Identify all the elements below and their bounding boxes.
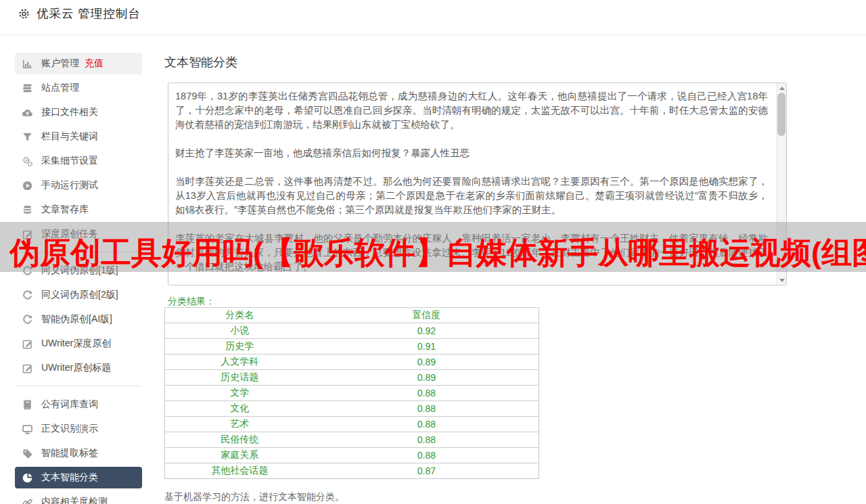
app-title: 优采云 管理控制台 bbox=[37, 5, 141, 22]
database-icon bbox=[22, 204, 33, 216]
textarea-paragraph: 财主抢了李莲英家一亩地，他成慈禧亲信后如何报复？暴露人性丑恶 bbox=[175, 146, 768, 160]
table-row: 文化 0.88 bbox=[165, 401, 539, 417]
arrow-down-icon bbox=[779, 279, 785, 282]
arrow-up-icon bbox=[779, 87, 785, 90]
cloud-upload-icon bbox=[22, 107, 33, 118]
refresh-icon bbox=[22, 290, 33, 301]
textarea-paragraph: 1879年，31岁的李莲英出任储秀宫四品花翎总管，成为慈禧身边的大红人。这年春天… bbox=[175, 89, 768, 132]
sidebar-item-sites[interactable]: 站点管理 bbox=[15, 77, 142, 99]
sidebar-item-uwriter-deep[interactable]: UWriter深度原创 bbox=[15, 333, 142, 354]
sidebar-item-manual-run-test[interactable]: 手动运行测试 bbox=[15, 175, 142, 196]
sidebar-item-ai-rewrite[interactable]: 智能伪原创[AI版] bbox=[15, 308, 142, 330]
link-icon bbox=[22, 497, 33, 504]
category-cell: 文化 bbox=[165, 401, 315, 417]
pie-icon bbox=[22, 472, 33, 484]
sidebar-item-uwriter-title[interactable]: UWriter原创标题 bbox=[15, 357, 142, 379]
sidebar-item-label: 文本智能分类 bbox=[41, 472, 98, 484]
results-table: 分类名 置信度 小说 0.92 历史学 0.91 人文学科 0.89 历史话题 … bbox=[164, 307, 539, 479]
server-icon bbox=[22, 83, 33, 94]
textarea-paragraph: 当时李莲英还是二总管，这件事他再清楚不过。那么他为何还要冒险向慈禧请求出宫呢？主… bbox=[175, 175, 768, 217]
sidebar-item-label: 智能提取标签 bbox=[41, 447, 98, 459]
table-row: 人文学科 0.89 bbox=[165, 354, 539, 370]
table-header-row: 分类名 置信度 bbox=[165, 308, 539, 323]
page-title: 文本智能分类 bbox=[164, 54, 237, 70]
scroll-up-button[interactable] bbox=[777, 83, 787, 93]
sidebar-item-account[interactable]: 账户管理 充值 bbox=[15, 53, 142, 74]
confidence-cell: 0.92 bbox=[315, 323, 539, 339]
sidebar-item-label: 公有词库查询 bbox=[41, 398, 98, 411]
monitor-icon bbox=[22, 423, 33, 435]
sidebar-item-label: 智能伪原创[AI版] bbox=[41, 313, 112, 325]
main-content: 文本智能分类 1879年，31岁的李莲英出任储秀宫四品花翎总管，成为慈禧身边的大… bbox=[164, 35, 866, 504]
sidebar-item-content-relevance[interactable]: 内容相关度检测 bbox=[15, 491, 142, 504]
confidence-cell: 0.89 bbox=[315, 354, 539, 370]
edit-icon bbox=[22, 338, 33, 350]
textarea-scrollbar[interactable] bbox=[776, 83, 786, 285]
filter-icon bbox=[22, 131, 33, 143]
category-cell: 人文学科 bbox=[165, 354, 315, 370]
sidebar-item-label: 内容相关度检测 bbox=[41, 496, 108, 504]
sidebar-item-synonym-rewrite-1[interactable]: 同义词伪原创[1版] bbox=[15, 260, 142, 281]
sidebar-item-content-extract[interactable]: 正文识别演示 bbox=[15, 418, 142, 440]
sidebar-item-label: 站点管理 bbox=[41, 82, 79, 94]
table-row: 民俗传统 0.88 bbox=[165, 432, 539, 448]
classification-input-textarea[interactable]: 1879年，31岁的李莲英出任储秀宫四品花翎总管，成为慈禧身边的大红人。这年春天… bbox=[168, 83, 787, 285]
sidebar-item-label: 正文识别演示 bbox=[41, 423, 98, 435]
column-header-category: 分类名 bbox=[165, 308, 315, 323]
sidebar-item-label: 同义词伪原创[2版] bbox=[41, 289, 118, 301]
table-row: 小说 0.92 bbox=[165, 323, 539, 339]
table-row: 家庭关系 0.88 bbox=[165, 448, 539, 463]
sidebar-item-label: 账户管理 bbox=[41, 58, 79, 70]
sidebar-item-label: 文章暂存库 bbox=[41, 204, 89, 216]
column-header-confidence: 置信度 bbox=[315, 308, 539, 323]
category-cell: 家庭关系 bbox=[165, 448, 315, 463]
results-label: 分类结果： bbox=[168, 296, 215, 308]
category-cell: 其他社会话题 bbox=[165, 463, 315, 479]
table-row: 历史学 0.91 bbox=[165, 339, 539, 354]
results-table-body: 小说 0.92 历史学 0.91 人文学科 0.89 历史话题 0.89 文学 … bbox=[165, 323, 539, 479]
confidence-cell: 0.88 bbox=[315, 432, 539, 448]
scrollbar-thumb[interactable] bbox=[777, 93, 785, 136]
book-icon bbox=[22, 399, 33, 411]
confidence-cell: 0.88 bbox=[315, 448, 539, 463]
confidence-cell: 0.89 bbox=[315, 370, 539, 386]
confidence-cell: 0.88 bbox=[315, 386, 539, 401]
sidebar-item-interface-files[interactable]: 接口文件相关 bbox=[15, 101, 142, 123]
top-bar: 优采云 管理控制台 bbox=[0, 0, 866, 35]
bar-chart-icon bbox=[22, 58, 33, 70]
edit-icon bbox=[22, 363, 33, 374]
sidebar-item-label: UWriter深度原创 bbox=[41, 338, 111, 350]
sidebar-item-label: 栏目与关键词 bbox=[41, 131, 98, 143]
textarea-content: 1879年，31岁的李莲英出任储秀宫四品花翎总管，成为慈禧身边的大红人。这年春天… bbox=[168, 83, 777, 285]
category-cell: 民俗传统 bbox=[165, 432, 315, 448]
sidebar-item-public-thesaurus[interactable]: 公有词库查询 bbox=[15, 394, 142, 415]
sidebar-item-synonym-rewrite-2[interactable]: 同义词伪原创[2版] bbox=[15, 284, 142, 306]
sidebar-item-label: 接口文件相关 bbox=[41, 106, 98, 118]
sidebar-item-columns-keywords[interactable]: 栏目与关键词 bbox=[15, 126, 142, 147]
sidebar-item-text-classification[interactable]: 文本智能分类 bbox=[15, 467, 142, 488]
refresh-icon bbox=[22, 265, 33, 277]
scroll-down-button[interactable] bbox=[777, 275, 787, 285]
sidebar-divider bbox=[15, 252, 142, 252]
category-cell: 历史话题 bbox=[165, 370, 315, 386]
sidebar-item-collect-settings[interactable]: 采集细节设置 bbox=[15, 150, 142, 172]
confidence-cell: 0.91 bbox=[315, 339, 539, 354]
sidebar-item-article-cache[interactable]: 文章暂存库 bbox=[15, 199, 142, 221]
sidebar-item-smart-tags[interactable]: 智能提取标签 bbox=[15, 442, 142, 464]
confidence-cell: 0.88 bbox=[315, 417, 539, 432]
sidebar-item-label: UWriter原创标题 bbox=[41, 362, 111, 374]
confidence-cell: 0.88 bbox=[315, 401, 539, 417]
sidebar-item-deep-original-task[interactable]: 深度原创任务 bbox=[15, 223, 142, 245]
category-cell: 历史学 bbox=[165, 339, 315, 354]
recharge-badge[interactable]: 充值 bbox=[85, 58, 104, 70]
table-row: 其他社会话题 0.87 bbox=[165, 463, 539, 479]
sidebar-item-label: 手动运行测试 bbox=[41, 179, 98, 191]
sidebar-nav: 账户管理 充值 站点管理 接口文件相关 栏目与关键词 采集细节设置 手动运行测试… bbox=[0, 35, 152, 504]
table-row: 文学 0.88 bbox=[165, 386, 539, 401]
sidebar-item-label: 深度原创任务 bbox=[41, 228, 98, 240]
gears-icon bbox=[22, 156, 33, 167]
tag-icon bbox=[22, 448, 33, 459]
confidence-cell: 0.87 bbox=[315, 463, 539, 479]
textarea-paragraph: 李莲英的老家在大城县李贾村，他的父亲是个勤劳本分的庄稼人，靠种田养活一家老小。李… bbox=[175, 231, 768, 274]
refresh-icon bbox=[22, 314, 33, 325]
